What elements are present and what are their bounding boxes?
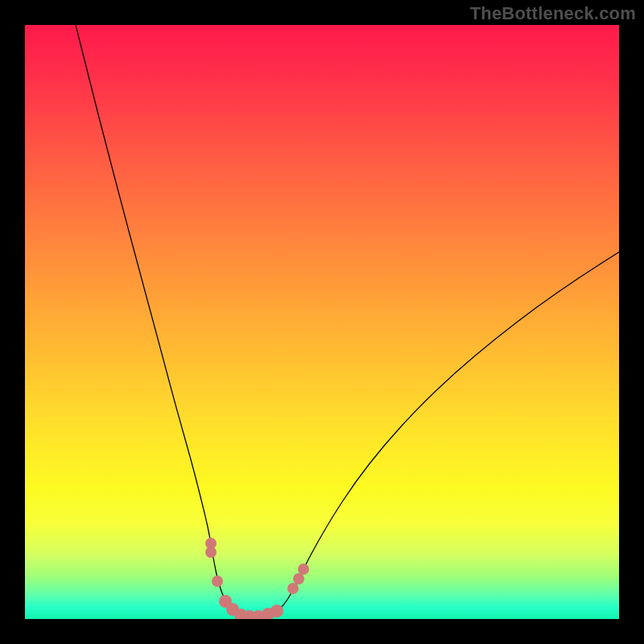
trough-marker [205, 547, 217, 558]
right-curve [257, 252, 619, 617]
plot-area [25, 25, 619, 619]
trough-marker [212, 576, 223, 587]
watermark-text: TheBottleneck.com [470, 3, 636, 24]
chart-frame: TheBottleneck.com [0, 0, 644, 644]
trough-marker [293, 573, 304, 584]
trough-marker [298, 564, 309, 575]
trough-markers [205, 538, 309, 619]
chart-svg [25, 25, 619, 619]
left-curve [76, 25, 257, 617]
trough-marker [270, 605, 283, 617]
trough-marker [287, 583, 299, 594]
